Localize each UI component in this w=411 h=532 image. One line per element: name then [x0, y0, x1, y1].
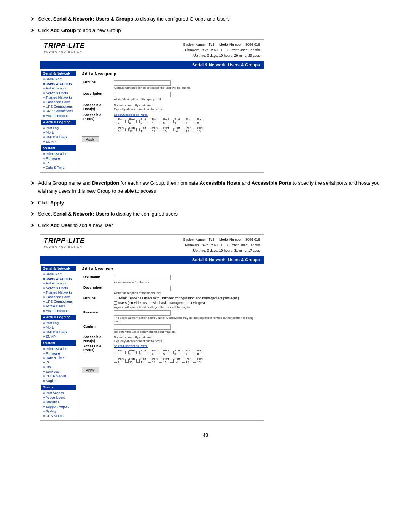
- sc2-port-12-checkbox[interactable]: [148, 359, 151, 363]
- sc2-sidebar-item-support[interactable]: Support Report: [41, 404, 76, 409]
- sc2-input-desc[interactable]: [114, 286, 171, 291]
- sc1-sidebar-item-smtp[interactable]: SMTP & SMS: [41, 135, 76, 139]
- sc2-sidebar-item-dhcp[interactable]: DHCP Server: [41, 374, 76, 379]
- sc1-port-15-label: Port15: [186, 126, 191, 133]
- sc2-port-9-checkbox[interactable]: [114, 359, 117, 363]
- sc1-port-6-checkbox[interactable]: [170, 120, 174, 123]
- sc1-port-14-checkbox[interactable]: [170, 128, 174, 131]
- sc2-sidebar-item-firmware[interactable]: Firmware: [41, 351, 76, 356]
- sc1-port-7-checkbox[interactable]: [182, 120, 185, 123]
- sc1-sidebar-item-network-hosts[interactable]: Network Hosts: [41, 91, 76, 95]
- sc2-sidebar-item-auth[interactable]: Authentication: [41, 281, 76, 286]
- sc2-sidebar-item-network-hosts[interactable]: Network Hosts: [41, 286, 76, 290]
- sc2-port-11-checkbox[interactable]: [136, 359, 140, 363]
- sc1-sidebar-item-rpc[interactable]: RPC Connections: [41, 109, 76, 113]
- sc2-input-confirm[interactable]: [114, 324, 171, 330]
- sc2-sidebar-item-ups-status[interactable]: UPS Status: [41, 414, 76, 418]
- sc1-port-2-checkbox[interactable]: [125, 120, 129, 123]
- sc2-sidebar-item-serial-port[interactable]: Serial Port: [41, 272, 76, 276]
- sc1-sidebar-item-admin[interactable]: Administration: [41, 152, 76, 156]
- sc2-row-ports: AccessiblePort(s) Select/Unselect all Po…: [82, 343, 260, 365]
- sc1-sidebar-item-firmware[interactable]: Firmware: [41, 156, 76, 161]
- sc2-sidebar-item-users-groups[interactable]: Users & Groups: [41, 276, 76, 281]
- sc2-port-14-checkbox[interactable]: [170, 359, 174, 363]
- sc1-select-all-ports[interactable]: Select/Unselect all Ports.: [114, 113, 258, 117]
- sc2-apply-button[interactable]: Apply: [82, 367, 99, 373]
- sc2-label-confirm: Confirm: [82, 324, 112, 334]
- sc2-sidebar-item-services[interactable]: Services: [41, 369, 76, 374]
- sc1-port-5-checkbox[interactable]: [159, 120, 162, 123]
- sc2-port-2-checkbox[interactable]: [125, 351, 129, 354]
- sc1-sidebar-item-ups[interactable]: UPS Connections: [41, 104, 76, 109]
- sc2-ports-row1: Port1 Port2 Port3 Port4 Port5 Port6 Port…: [114, 349, 258, 356]
- sc1-port-15-checkbox[interactable]: [182, 128, 185, 131]
- sc1-sidebar-item-alerts[interactable]: Alerts: [41, 130, 76, 135]
- sc1-row-groups: Groups A group with predefined privilege…: [82, 79, 260, 91]
- sc2-port-15-checkbox[interactable]: [182, 359, 185, 363]
- sc1-input-groups[interactable]: [114, 80, 171, 86]
- sc2-logo-sub: POWER PROTECTION: [44, 245, 85, 248]
- sc2-sidebar-item-portlog[interactable]: Port Log: [41, 321, 76, 325]
- sc1-port-13-checkbox[interactable]: [159, 128, 162, 131]
- sc2-sidebar-item-active-users[interactable]: Active Users: [41, 304, 76, 308]
- sc2-group-admin-checkbox[interactable]: [114, 297, 117, 300]
- sc2-port-8-checkbox[interactable]: [193, 351, 196, 354]
- sc1-port-4-checkbox[interactable]: [148, 120, 151, 123]
- sc2-sidebar-item-port-access[interactable]: Port Access: [41, 391, 76, 395]
- sc2-sidebar-item-ups[interactable]: UPS Connections: [41, 299, 76, 304]
- sc1-sidebar-item-users-groups[interactable]: Users & Groups: [41, 81, 76, 86]
- sc2-port-7-checkbox[interactable]: [182, 351, 185, 354]
- sc1-port-1-checkbox[interactable]: [114, 120, 117, 123]
- sc2-sidebar-item-snmp[interactable]: SNMP: [41, 334, 76, 339]
- sc2-sidebar-item-dial[interactable]: Dial: [41, 365, 76, 369]
- sc2-sidebar-item-env[interactable]: Environmental: [41, 308, 76, 313]
- sc2-port-1-checkbox[interactable]: [114, 351, 117, 354]
- sc2-port-5-checkbox[interactable]: [159, 351, 162, 354]
- sc1-port-12-checkbox[interactable]: [148, 128, 151, 131]
- sc1-sidebar-item-env[interactable]: Environmental: [41, 113, 76, 118]
- sc1-port-11-checkbox[interactable]: [136, 128, 140, 131]
- sc2-input-username[interactable]: [114, 275, 171, 280]
- sc2-select-all-ports[interactable]: Select/Unselect all Ports.: [114, 344, 258, 348]
- sc1-port-16-checkbox[interactable]: [193, 128, 196, 131]
- sc1-port-8-checkbox[interactable]: [193, 120, 196, 123]
- sc2-sidebar-item-ip[interactable]: IP: [41, 360, 76, 365]
- sc2-sidebar-item-statistics[interactable]: Statistics: [41, 400, 76, 404]
- sc2-group-users-checkbox[interactable]: [114, 301, 117, 305]
- sc2-sidebar-item-alerts[interactable]: Alerts: [41, 325, 76, 330]
- sc2-port-4: Port4: [148, 349, 158, 356]
- sc1-apply-button[interactable]: Apply: [82, 136, 99, 142]
- sc1-field-ports: Select/Unselect all Ports. Port1 Port2 P…: [112, 112, 260, 134]
- sc2-sidebar-item-syslog[interactable]: Syslog: [41, 409, 76, 414]
- sc1-sidebar-item-auth[interactable]: Authentication: [41, 86, 76, 91]
- sc2-sidebar-item-admin[interactable]: Administration: [41, 347, 76, 351]
- sc2-port-3-checkbox[interactable]: [136, 351, 140, 354]
- sc2-port-10-checkbox[interactable]: [125, 359, 129, 363]
- sc2-port-16-checkbox[interactable]: [193, 359, 196, 363]
- sc1-sidebar-item-serial-port[interactable]: Serial Port: [41, 77, 76, 81]
- sc1-sidebar-item-datetime[interactable]: Date & Time: [41, 165, 76, 170]
- sc2-port-6-checkbox[interactable]: [170, 351, 174, 354]
- sc2-sysinfo: System Name: TL6 Model Number: 8096-016 …: [183, 237, 260, 253]
- sc2-titlebar: Serial & Network: Users & Groups: [40, 256, 264, 264]
- sc1-sidebar-item-snmp[interactable]: SNMP: [41, 139, 76, 144]
- sc1-sidebar-item-ip[interactable]: IP: [41, 161, 76, 165]
- sc2-port-13-checkbox[interactable]: [159, 359, 162, 363]
- sc2-port-14: Port14: [170, 357, 180, 364]
- sc2-sidebar-item-smtp[interactable]: SMTP & SMS: [41, 330, 76, 334]
- sc1-port-10-checkbox[interactable]: [125, 128, 129, 131]
- sc1-sidebar-item-trusted[interactable]: Trusted Networks: [41, 95, 76, 100]
- sc1-sidebar-item-portlog[interactable]: Port Log: [41, 126, 76, 130]
- sc2-sidebar-item-trusted[interactable]: Trusted Networks: [41, 290, 76, 295]
- sc2-sidebar-item-cascaded[interactable]: Cascaded Ports: [41, 295, 76, 299]
- sc1-port-6-label: Port6: [174, 118, 180, 125]
- sc2-sidebar-item-nagios[interactable]: Nagios: [41, 379, 76, 383]
- sc2-sidebar-item-active-users-status[interactable]: Active Users: [41, 395, 76, 400]
- sc2-port-4-checkbox[interactable]: [148, 351, 151, 354]
- sc2-sidebar-item-datetime[interactable]: Date & Time: [41, 356, 76, 360]
- sc1-sidebar-item-cascaded[interactable]: Cascaded Ports: [41, 100, 76, 104]
- sc2-input-password[interactable]: [114, 310, 171, 316]
- sc1-port-3-checkbox[interactable]: [136, 120, 140, 123]
- sc1-port-9-checkbox[interactable]: [114, 128, 117, 131]
- sc1-input-desc[interactable]: [114, 92, 171, 97]
